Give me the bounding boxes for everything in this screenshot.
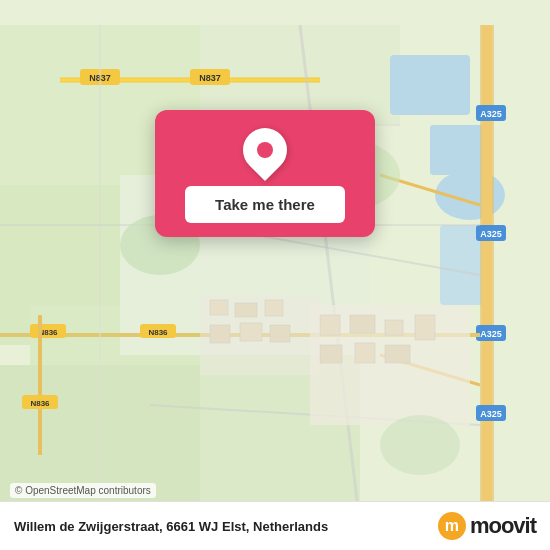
svg-rect-57 bbox=[240, 323, 262, 341]
svg-rect-53 bbox=[210, 300, 228, 315]
pin-inner bbox=[257, 142, 273, 158]
svg-rect-54 bbox=[235, 303, 257, 317]
svg-rect-55 bbox=[265, 300, 283, 316]
svg-rect-50 bbox=[385, 345, 410, 363]
take-me-there-button[interactable]: Take me there bbox=[185, 186, 345, 223]
svg-text:A325: A325 bbox=[480, 329, 502, 339]
svg-rect-51 bbox=[415, 315, 435, 340]
svg-text:N836: N836 bbox=[30, 399, 50, 408]
svg-rect-58 bbox=[270, 325, 290, 342]
svg-rect-45 bbox=[320, 315, 340, 335]
svg-rect-19 bbox=[482, 25, 492, 525]
address-text: Willem de Zwijgerstraat, 6661 WJ Elst, N… bbox=[14, 519, 328, 534]
svg-rect-48 bbox=[320, 345, 342, 363]
svg-rect-46 bbox=[350, 315, 375, 333]
osm-credit: © OpenStreetMap contributors bbox=[10, 483, 156, 498]
svg-rect-49 bbox=[355, 343, 375, 363]
bottom-bar-left: Willem de Zwijgerstraat, 6661 WJ Elst, N… bbox=[14, 519, 328, 534]
bottom-bar: Willem de Zwijgerstraat, 6661 WJ Elst, N… bbox=[0, 501, 550, 550]
svg-text:N836: N836 bbox=[148, 328, 168, 337]
svg-text:N837: N837 bbox=[199, 73, 221, 83]
map-svg: N837 N837 A325 A325 A325 A325 N836 N836 … bbox=[0, 0, 550, 550]
moovit-logo: m moovit bbox=[438, 512, 536, 540]
svg-text:A325: A325 bbox=[480, 109, 502, 119]
svg-rect-47 bbox=[385, 320, 403, 335]
svg-text:A325: A325 bbox=[480, 409, 502, 419]
moovit-name: moovit bbox=[470, 513, 536, 539]
svg-rect-8 bbox=[390, 55, 470, 115]
svg-text:A325: A325 bbox=[480, 229, 502, 239]
svg-point-61 bbox=[380, 415, 460, 475]
map-container: N837 N837 A325 A325 A325 A325 N836 N836 … bbox=[0, 0, 550, 550]
moovit-dot-icon: m bbox=[438, 512, 466, 540]
popup-card: Take me there bbox=[155, 110, 375, 237]
svg-rect-56 bbox=[210, 325, 230, 343]
location-pin bbox=[234, 119, 296, 181]
